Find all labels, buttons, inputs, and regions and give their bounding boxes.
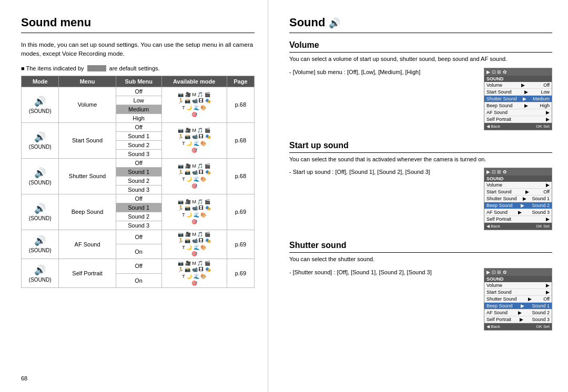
- startup-ok: OK Set: [536, 224, 550, 229]
- menu-volume: Volume: [59, 87, 116, 122]
- sh-af-row: AF Sound ▶ Sound 2: [484, 310, 552, 316]
- shutter-detail: - [Shutter sound] : [Off], [Sound 1], [S…: [289, 268, 475, 277]
- col-mode: Mode: [22, 76, 59, 87]
- default-box-indicator: [87, 65, 106, 71]
- volume-body: You can select a volume of start up soun…: [289, 55, 552, 64]
- mode-cell-shutter: 🔊 (SOUND): [22, 158, 59, 194]
- mode-cell-volume: 🔊 (SOUND): [22, 87, 59, 122]
- shutter-detail-container: - [Shutter sound] : [Off], [Sound 1], [S…: [289, 268, 552, 331]
- shutter-camera-menu: ▶ ⊡ ⊞ ✿ SOUND Volume ▶ Start Sound ▶ Shu…: [484, 268, 552, 331]
- submenu-bp-off: Off: [116, 194, 161, 203]
- submenu-af-off: Off: [116, 230, 161, 244]
- volume-detail: - [Volume] sub menu : [Off], [Low], [Med…: [289, 68, 475, 77]
- su-start-row: Start Sound ▶ Off: [484, 189, 552, 195]
- sound-speaker-icon5: 🔊: [34, 235, 46, 246]
- mode-label3: (SOUND): [29, 180, 52, 185]
- page-start: p.68: [227, 122, 254, 158]
- avail-icons-shutter: 📷 🎥 M 🎵 🎬 🏃 📸 📹 🎞 🎭 T 🌙 🌊 🎨 🎯: [161, 158, 227, 194]
- right-page-title-container: Sound 🔊: [289, 16, 552, 33]
- shutter-ok: OK Set: [536, 324, 550, 329]
- default-note-suffix: are default settings.: [109, 65, 160, 71]
- sh-shutter-row: Shutter Sound ▶ Off: [484, 296, 552, 303]
- shutter-menu-icons: ▶ ⊡ ⊞ ✿: [486, 270, 507, 275]
- mode-cell-start: 🔊 (SOUND): [22, 122, 59, 158]
- volume-row-val: Off: [543, 82, 550, 88]
- beep-sound-row-arrow: ▶: [524, 103, 528, 108]
- page-self: p.69: [227, 259, 254, 287]
- avail-icons-start: 📷 🎥 M 🎵 🎬 🏃 📸 📹 🎞 🎭 T 🌙 🌊 🎨 🎯: [161, 122, 227, 158]
- sound-speaker-icon4: 🔊: [34, 203, 46, 214]
- menu-shutter-sound: Shutter Sound: [59, 158, 116, 194]
- sh-volume-row: Volume ▶: [484, 282, 552, 289]
- af-sound-row-label: AF Sound: [486, 110, 508, 115]
- volume-detail-container: - [Volume] sub menu : [Off], [Low], [Med…: [289, 68, 552, 130]
- table-row: 🔊 (SOUND) Beep Sound Off 📷 🎥 M 🎵 🎬 🏃 📸 📹…: [22, 194, 255, 203]
- startup-camera-menu: ▶ ⊡ ⊞ ✿ SOUND Volume ▶ Start Sound ▶ Off…: [484, 168, 552, 230]
- page-af: p.69: [227, 230, 254, 259]
- startup-detail-text: - Start up sound : [Off], [Sound 1], [So…: [289, 168, 475, 177]
- page-number: 68: [21, 375, 27, 381]
- menu-beep-sound: Beep Sound: [59, 194, 116, 230]
- submenu-sh-sound1: Sound 1: [116, 167, 161, 176]
- volume-row-arrow: ▶: [521, 82, 525, 88]
- table-row: 🔊 (SOUND) Shutter Sound Off 📷 🎥 M 🎵 🎬 🏃 …: [22, 158, 255, 167]
- menu-self-portrait: Self Portrait: [59, 259, 116, 287]
- submenu-medium: Medium: [116, 105, 161, 114]
- sound-speaker-icon: 🔊: [34, 96, 46, 107]
- avail-icons-volume: 📷 🎥 M 🎵 🎬 🏃 📸 📹 🎞 🎭 T 🌙 🌊 🎨 🎯: [161, 87, 227, 122]
- avail-icons-beep: 📷 🎥 M 🎵 🎬 🏃 📸 📹 🎞 🎭 T 🌙 🌊 🎨 🎯: [161, 194, 227, 230]
- shutter-detail-text: - [Shutter sound] : [Off], [Sound 1], [S…: [289, 268, 475, 277]
- startup-menu-header: ▶ ⊡ ⊞ ✿: [484, 168, 552, 176]
- volume-back: ◀ Back: [486, 124, 500, 129]
- volume-ok: OK Set: [536, 124, 550, 129]
- shutter-sound-hl-val: Medium: [533, 96, 550, 101]
- su-beep-row-hl: Beep Sound ▶ Sound 2: [484, 202, 552, 209]
- submenu-sh-sound3: Sound 3: [116, 185, 161, 194]
- su-shutter-row: Shutter Sound ▶ Sound 1: [484, 195, 552, 202]
- shutter-sound-menu-row-hl: Shutter Sound ▶ Medium: [484, 96, 552, 102]
- menu-table: Mode Menu Sub Menu Available mode Page 🔊…: [21, 76, 255, 288]
- mode-label6: (SOUND): [29, 277, 52, 283]
- startup-body: You can select the sound that is activat…: [289, 155, 552, 164]
- page-volume: p.68: [227, 87, 254, 122]
- volume-menu-footer: ◀ Back OK Set: [484, 123, 552, 130]
- start-sound-row-label: Start Sound: [486, 89, 512, 95]
- submenu-af-on: On: [116, 244, 161, 259]
- left-title: Sound menu: [21, 16, 255, 33]
- avail-icons-af: 📷 🎥 M 🎵 🎬 🏃 📸 📹 🎞 🎭 T 🌙 🌊 🎨 🎯: [161, 230, 227, 259]
- volume-title: Volume: [289, 40, 552, 53]
- submenu-bp-sound1: Sound 1: [116, 203, 161, 212]
- page-beep: p.69: [227, 194, 254, 230]
- start-sound-row-val: Low: [541, 89, 550, 95]
- beep-sound-row-val: High: [540, 103, 550, 108]
- submenu-ss-off: Off: [116, 122, 161, 131]
- volume-menu-title: SOUND: [484, 76, 552, 82]
- volume-menu-header: ▶ ⊡ ⊞ ✿: [484, 68, 552, 76]
- startup-title: Start up sound: [289, 141, 552, 153]
- shutter-section: Shutter sound You can select the shutter…: [289, 241, 552, 331]
- su-volume-row: Volume ▶: [484, 182, 552, 189]
- self-portrait-row-label: Self Portrait: [486, 117, 511, 122]
- submenu-low: Low: [116, 96, 161, 105]
- startup-menu-title: SOUND: [484, 176, 552, 182]
- sh-beep-row-hl: Beep Sound ▶ Sound 1: [484, 303, 552, 310]
- submenu-bp-sound2: Sound 2: [116, 212, 161, 221]
- af-sound-menu-row: AF Sound ▶: [484, 109, 552, 116]
- startup-section: Start up sound You can select the sound …: [289, 141, 552, 231]
- table-row: 🔊 (SOUND) Start Sound Off 📷 🎥 M 🎵 🎬 🏃 📸 …: [22, 122, 255, 131]
- start-sound-menu-row: Start Sound ▶ Low: [484, 89, 552, 96]
- startup-menu-footer: ◀ Back OK Set: [484, 223, 552, 230]
- volume-menu-icons: ▶ ⊡ ⊞ ✿: [486, 69, 507, 75]
- page-shutter: p.68: [227, 158, 254, 194]
- submenu-sound3: Sound 3: [116, 149, 161, 158]
- mode-cell-self: 🔊 (SOUND): [22, 259, 59, 287]
- right-panel: Sound 🔊 Volume You can select a volume o…: [268, 0, 568, 392]
- col-submenu: Sub Menu: [116, 76, 161, 87]
- shutter-body: You can select the shutter sound.: [289, 255, 552, 264]
- volume-camera-menu: ▶ ⊡ ⊞ ✿ SOUND Volume ▶ Off Start Sound ▶…: [484, 68, 552, 130]
- submenu-sound1: Sound 1: [116, 131, 161, 140]
- startup-detail-container: - Start up sound : [Off], [Sound 1], [So…: [289, 168, 552, 230]
- submenu-sp-on: On: [116, 273, 161, 288]
- start-sound-row-arrow: ▶: [524, 89, 528, 95]
- volume-detail-text: - [Volume] sub menu : [Off], [Low], [Med…: [289, 68, 475, 77]
